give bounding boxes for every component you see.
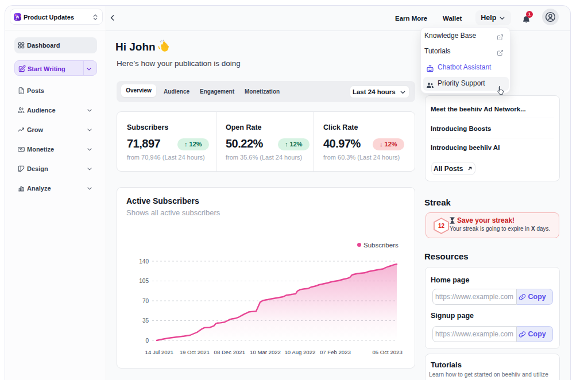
svg-text:35: 35 bbox=[142, 317, 149, 324]
svg-text:07 Feb 2023: 07 Feb 2023 bbox=[320, 349, 351, 355]
svg-text:10 Mar 2022: 10 Mar 2022 bbox=[250, 349, 281, 355]
svg-text:105: 105 bbox=[139, 278, 149, 284]
svg-text:0: 0 bbox=[145, 338, 149, 344]
svg-text:08 Dec 2021: 08 Dec 2021 bbox=[214, 349, 245, 355]
svg-text:14 Jul 2021: 14 Jul 2021 bbox=[145, 349, 174, 355]
svg-text:70: 70 bbox=[142, 298, 149, 304]
svg-text:140: 140 bbox=[139, 258, 149, 265]
svg-text:05 Oct 2023: 05 Oct 2023 bbox=[372, 349, 402, 355]
svg-text:19 Oct 2021: 19 Oct 2021 bbox=[180, 349, 210, 355]
svg-text:12: 12 bbox=[438, 223, 445, 229]
svg-text:10 Aug 2022: 10 Aug 2022 bbox=[284, 349, 315, 355]
